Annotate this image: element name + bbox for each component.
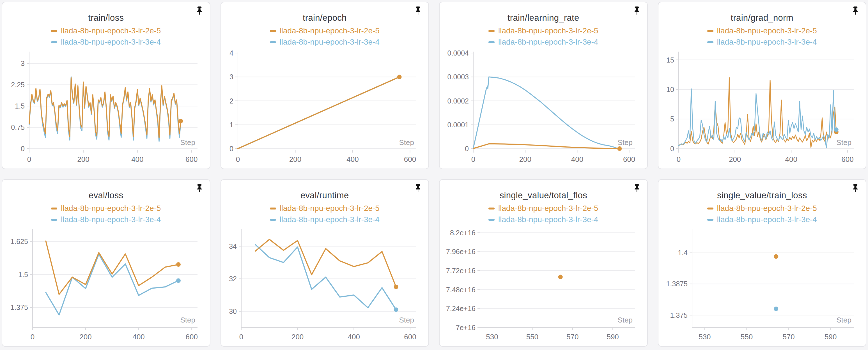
svg-text:0.0001: 0.0001 — [447, 121, 469, 129]
svg-text:400: 400 — [571, 155, 583, 163]
svg-text:34: 34 — [229, 242, 237, 250]
svg-text:Step: Step — [836, 316, 851, 324]
chart-canvas[interactable]: 1.3751.38751.4530550570590Step — [661, 226, 864, 344]
legend-item-run-2[interactable]: llada-8b-npu-epoch-3-lr-3e-4 — [707, 215, 817, 224]
svg-text:1.375: 1.375 — [670, 311, 688, 319]
legend-swatch — [270, 41, 276, 43]
chart-canvas[interactable]: 0510150200400600Step — [661, 49, 864, 166]
legend: llada-8b-npu-epoch-3-lr-2e-5 llada-8b-np… — [440, 204, 647, 224]
legend-item-run-1[interactable]: llada-8b-npu-epoch-3-lr-2e-5 — [489, 26, 598, 35]
svg-text:0: 0 — [27, 155, 31, 163]
chart-canvas[interactable]: 1.3751.51.6250200400600Step — [4, 226, 208, 344]
svg-text:400: 400 — [132, 332, 145, 341]
svg-text:600: 600 — [404, 332, 416, 341]
svg-text:590: 590 — [825, 332, 837, 341]
svg-text:550: 550 — [526, 332, 538, 341]
legend-label: llada-8b-npu-epoch-3-lr-3e-4 — [61, 38, 161, 46]
svg-text:Step: Step — [836, 138, 851, 147]
legend-item-run-2[interactable]: llada-8b-npu-epoch-3-lr-3e-4 — [489, 38, 598, 46]
legend-label: llada-8b-npu-epoch-3-lr-2e-5 — [498, 26, 598, 35]
legend-item-run-1[interactable]: llada-8b-npu-epoch-3-lr-2e-5 — [51, 26, 161, 35]
legend-label: llada-8b-npu-epoch-3-lr-3e-4 — [61, 215, 161, 224]
pin-icon[interactable] — [851, 6, 860, 18]
svg-text:200: 200 — [77, 155, 89, 163]
svg-text:570: 570 — [782, 332, 795, 341]
legend-item-run-1[interactable]: llada-8b-npu-epoch-3-lr-2e-5 — [270, 26, 379, 35]
panel-title: eval/loss — [2, 190, 210, 200]
svg-text:600: 600 — [186, 332, 198, 341]
svg-text:30: 30 — [229, 307, 237, 315]
svg-text:7.96e+16: 7.96e+16 — [446, 248, 475, 255]
legend-item-run-2[interactable]: llada-8b-npu-epoch-3-lr-3e-4 — [51, 38, 161, 46]
svg-text:7e+16: 7e+16 — [456, 324, 475, 331]
svg-text:8.2e+16: 8.2e+16 — [450, 229, 475, 237]
panel-single-value-train-loss: single_value/train_loss llada-8b-npu-epo… — [658, 179, 867, 347]
legend: llada-8b-npu-epoch-3-lr-2e-5 llada-8b-np… — [658, 26, 866, 46]
svg-text:Step: Step — [618, 138, 633, 147]
legend-item-run-1[interactable]: llada-8b-npu-epoch-3-lr-2e-5 — [489, 204, 598, 213]
svg-text:0: 0 — [239, 332, 243, 341]
svg-text:1.5: 1.5 — [15, 102, 25, 110]
legend-swatch — [489, 30, 495, 32]
svg-text:1: 1 — [229, 121, 234, 129]
legend: llada-8b-npu-epoch-3-lr-2e-5 llada-8b-np… — [2, 26, 210, 46]
legend-item-run-2[interactable]: llada-8b-npu-epoch-3-lr-3e-4 — [51, 215, 161, 224]
chart-canvas[interactable]: 012340200400600Step — [223, 49, 427, 166]
legend: llada-8b-npu-epoch-3-lr-2e-5 llada-8b-np… — [440, 26, 647, 46]
pin-icon[interactable] — [851, 184, 860, 195]
legend-swatch — [707, 30, 713, 32]
svg-text:7.24e+16: 7.24e+16 — [446, 305, 475, 312]
panel-title: train/grad_norm — [658, 13, 866, 23]
legend-label: llada-8b-npu-epoch-3-lr-3e-4 — [498, 215, 598, 224]
legend-swatch — [489, 208, 495, 210]
svg-text:0.0002: 0.0002 — [447, 97, 469, 105]
svg-text:590: 590 — [607, 332, 619, 341]
pin-icon[interactable] — [195, 184, 204, 195]
legend-swatch — [489, 219, 495, 221]
panel-single-value-total-flos: single_value/total_flos llada-8b-npu-epo… — [439, 179, 648, 347]
svg-text:400: 400 — [346, 155, 359, 163]
panel-eval-runtime: eval/runtime llada-8b-npu-epoch-3-lr-2e-… — [220, 179, 429, 347]
legend-label: llada-8b-npu-epoch-3-lr-3e-4 — [717, 215, 817, 224]
pin-icon[interactable] — [632, 184, 641, 195]
panel-title: single_value/train_loss — [658, 190, 866, 200]
legend-item-run-1[interactable]: llada-8b-npu-epoch-3-lr-2e-5 — [270, 204, 379, 213]
svg-text:0: 0 — [471, 155, 475, 163]
chart-canvas[interactable]: 00.00010.00020.00030.00040200400600Step — [442, 49, 645, 166]
chart-canvas[interactable]: 00.751.52.2530200400600Step — [4, 49, 208, 166]
svg-text:Step: Step — [399, 316, 414, 324]
svg-text:200: 200 — [80, 332, 91, 341]
legend-item-run-1[interactable]: llada-8b-npu-epoch-3-lr-2e-5 — [707, 204, 817, 213]
pin-icon[interactable] — [195, 6, 204, 18]
legend: llada-8b-npu-epoch-3-lr-2e-5 llada-8b-np… — [2, 204, 210, 224]
svg-text:15: 15 — [666, 56, 674, 64]
chart-canvas[interactable]: 7e+167.24e+167.48e+167.72e+167.96e+168.2… — [442, 226, 645, 344]
pin-icon[interactable] — [414, 6, 422, 18]
dashboard-grid: train/loss llada-8b-npu-epoch-3-lr-2e-5 … — [0, 0, 868, 348]
legend-item-run-2[interactable]: llada-8b-npu-epoch-3-lr-3e-4 — [707, 38, 817, 46]
legend-swatch — [270, 219, 276, 221]
legend-label: llada-8b-npu-epoch-3-lr-2e-5 — [498, 204, 598, 213]
svg-text:400: 400 — [785, 155, 797, 163]
legend-item-run-2[interactable]: llada-8b-npu-epoch-3-lr-3e-4 — [489, 215, 598, 224]
legend-item-run-1[interactable]: llada-8b-npu-epoch-3-lr-2e-5 — [51, 204, 161, 213]
panel-train-epoch: train/epoch llada-8b-npu-epoch-3-lr-2e-5… — [220, 2, 429, 169]
svg-text:5: 5 — [670, 115, 674, 123]
svg-text:400: 400 — [131, 155, 143, 163]
svg-text:2: 2 — [229, 97, 234, 105]
legend-item-run-2[interactable]: llada-8b-npu-epoch-3-lr-3e-4 — [270, 38, 379, 46]
chart-canvas[interactable]: 3032340200400600Step — [223, 226, 427, 344]
pin-icon[interactable] — [632, 6, 641, 18]
svg-text:1.3875: 1.3875 — [666, 280, 687, 288]
legend-item-run-2[interactable]: llada-8b-npu-epoch-3-lr-3e-4 — [270, 215, 379, 224]
svg-text:0: 0 — [676, 155, 680, 163]
svg-text:0: 0 — [236, 155, 240, 163]
pin-icon[interactable] — [414, 184, 422, 195]
svg-text:10: 10 — [666, 86, 674, 93]
legend-label: llada-8b-npu-epoch-3-lr-2e-5 — [280, 26, 379, 35]
svg-text:0: 0 — [670, 145, 674, 153]
svg-text:0: 0 — [21, 145, 25, 153]
legend-item-run-1[interactable]: llada-8b-npu-epoch-3-lr-2e-5 — [707, 26, 817, 35]
panel-train-learning-rate: train/learning_rate llada-8b-npu-epoch-3… — [439, 2, 648, 169]
legend-label: llada-8b-npu-epoch-3-lr-3e-4 — [280, 38, 379, 46]
